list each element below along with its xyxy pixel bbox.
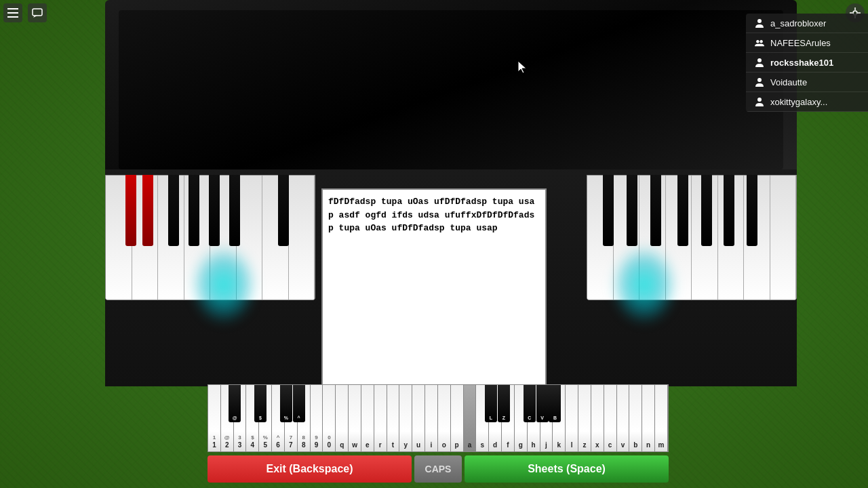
keyboard-white-keys-row: 11@233$4%5^677889900qwertyuiopasdfghjklz… (208, 384, 669, 452)
sheet-text: fDfDfadsp tupa uOas ufDfDfadsp tupa usap… (323, 190, 545, 241)
player-item: NAFEESArules (746, 33, 868, 53)
key-letter: n (646, 441, 650, 449)
bottom-buttons: Exit (Backspace) CAPS Sheets (Space) (208, 455, 669, 483)
key-letter: 1 (212, 441, 216, 449)
vk-key-h[interactable]: h (528, 385, 540, 451)
key-symbol: ^ (277, 434, 280, 441)
key-symbol: 0 (328, 434, 330, 441)
piano-black-key-r6 (724, 175, 734, 246)
key-letter: f (507, 441, 509, 449)
key-letter: z (583, 441, 586, 449)
svg-rect-0 (7, 8, 18, 9)
vk-key-r[interactable]: r (374, 385, 387, 451)
vk-key-n[interactable]: n (642, 385, 655, 451)
vk-key-6[interactable]: ^6 (272, 385, 285, 451)
vk-key-v[interactable]: v (617, 385, 630, 451)
key-symbol: 3 (238, 434, 241, 441)
piano-black-key-2 (189, 175, 199, 246)
vk-key-l[interactable]: l (566, 385, 578, 451)
vk-key-d[interactable]: d (489, 385, 502, 451)
vk-key-u[interactable]: u (412, 385, 425, 451)
vk-key-0[interactable]: 00 (323, 385, 336, 451)
piano-black-key-4 (229, 175, 240, 246)
piano-black-key-r4 (677, 175, 688, 246)
piano-black-key-r5 (701, 175, 712, 246)
vk-key-t[interactable]: t (387, 385, 400, 451)
key-letter: l (571, 441, 573, 449)
vk-key-y[interactable]: y (399, 385, 412, 451)
player-item: rocksshake101 (746, 53, 868, 73)
vk-key-e[interactable]: e (361, 385, 374, 451)
vk-key-j[interactable]: j (540, 385, 553, 451)
vk-key-3[interactable]: 33 (234, 385, 247, 451)
vk-key-f[interactable]: f (502, 385, 515, 451)
vk-key-c[interactable]: c (604, 385, 617, 451)
vk-key-k[interactable]: k (553, 385, 566, 451)
svg-point-14 (757, 78, 762, 82)
chat-icon[interactable] (28, 3, 47, 22)
key-letter: c (608, 441, 612, 449)
menu-icon[interactable] (3, 3, 22, 22)
key-symbol: 8 (302, 434, 304, 441)
vk-key-w[interactable]: w (349, 385, 361, 451)
vk-key-4[interactable]: $4 (246, 385, 259, 451)
vk-key-i[interactable]: i (425, 385, 438, 451)
svg-point-11 (756, 40, 759, 43)
vk-key-7[interactable]: 77 (285, 385, 298, 451)
key-symbol: 1 (213, 434, 216, 441)
piano-black-key-r1 (603, 175, 614, 246)
player-name: Voidautte (770, 77, 807, 87)
exit-button[interactable]: Exit (Backspace) (208, 455, 412, 483)
player-name: rocksshake101 (770, 58, 833, 68)
key-letter: a (468, 441, 472, 449)
piano-black-key-5 (278, 175, 289, 246)
key-letter: 9 (315, 441, 319, 449)
key-letter: m (658, 441, 664, 449)
sheets-button[interactable]: Sheets (Space) (465, 455, 669, 483)
key-letter: 8 (302, 441, 306, 449)
key-letter: g (519, 441, 523, 449)
key-letter: w (352, 441, 357, 449)
player-item: xokittygalaxy... (746, 92, 868, 112)
player-name: xokittygalaxy... (770, 97, 827, 107)
player-item: a_sadrobloxer (746, 14, 868, 33)
cyan-glow-left (190, 244, 258, 325)
vk-key-5[interactable]: %5 (259, 385, 272, 451)
piano-black-key-r2 (627, 175, 637, 246)
caps-button[interactable]: CAPS (414, 455, 462, 483)
key-letter: 5 (263, 441, 267, 449)
vk-key-z[interactable]: z (578, 385, 591, 451)
key-letter: j (545, 441, 547, 449)
key-letter: y (404, 441, 408, 449)
vk-key-p[interactable]: p (451, 385, 464, 451)
virtual-keyboard: 11@233$4%5^677889900qwertyuiopasdfghjklz… (208, 384, 669, 452)
vk-key-8[interactable]: 88 (298, 385, 311, 451)
sheet-music-area[interactable]: fDfDfadsp tupa uOas ufDfDfadsp tupa usap… (321, 188, 547, 405)
vk-key-q[interactable]: q (336, 385, 349, 451)
svg-rect-2 (7, 16, 18, 18)
player-icon (754, 37, 765, 48)
vk-key-o[interactable]: o (438, 385, 451, 451)
piano-red-key-1 (125, 175, 136, 246)
piano-black-key-r3 (650, 175, 661, 246)
key-letter: v (621, 441, 625, 449)
svg-point-13 (757, 58, 762, 62)
key-letter: 7 (289, 441, 293, 449)
player-name: NAFEESArules (770, 38, 831, 48)
svg-rect-3 (33, 9, 42, 16)
key-letter: d (493, 441, 497, 449)
vk-key-x[interactable]: x (591, 385, 604, 451)
vk-key-a[interactable]: a (464, 385, 477, 451)
player-list: a_sadrobloxer NAFEESArules rocksshake101… (746, 14, 868, 112)
key-symbol: % (263, 434, 268, 441)
vk-key-g[interactable]: g (515, 385, 528, 451)
player-icon (754, 77, 765, 87)
vk-key-1[interactable]: 11 (208, 385, 221, 451)
key-symbol: $ (251, 434, 254, 441)
vk-key-s[interactable]: s (476, 385, 489, 451)
key-letter: u (416, 441, 420, 449)
vk-key-m[interactable]: m (655, 385, 668, 451)
vk-key-2[interactable]: @2 (221, 385, 234, 451)
vk-key-9[interactable]: 99 (311, 385, 323, 451)
vk-key-b[interactable]: b (629, 385, 642, 451)
